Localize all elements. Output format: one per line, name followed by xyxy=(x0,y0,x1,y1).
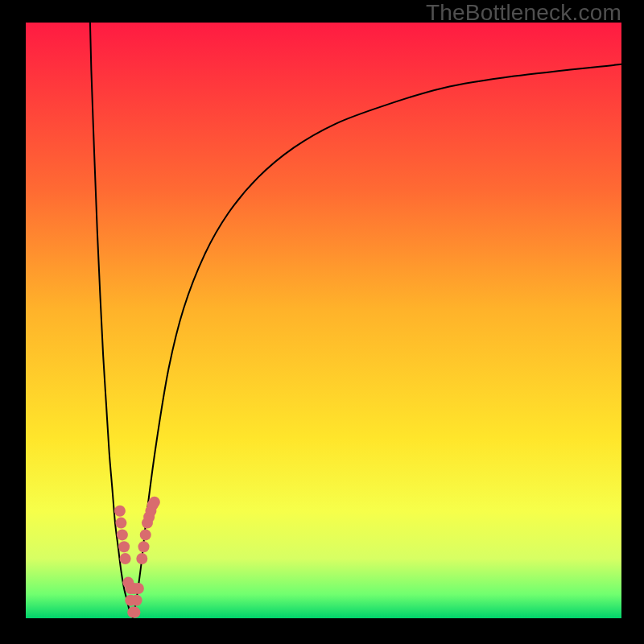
highlight-dot xyxy=(138,541,150,552)
chart-frame: TheBottleneck.com xyxy=(0,0,644,644)
highlight-dot xyxy=(117,529,128,540)
highlight-dot xyxy=(129,583,140,594)
highlight-dot xyxy=(131,595,142,606)
highlight-dot xyxy=(136,553,147,564)
highlight-dot xyxy=(114,506,126,517)
highlight-dot xyxy=(120,553,131,564)
highlight-dot xyxy=(140,529,151,540)
bottleneck-chart xyxy=(26,23,621,618)
highlight-dot xyxy=(115,518,126,529)
highlight-dot xyxy=(129,607,140,618)
highlight-dot xyxy=(118,541,130,552)
watermark-label: TheBottleneck.com xyxy=(426,0,621,26)
highlight-dot xyxy=(149,497,160,508)
